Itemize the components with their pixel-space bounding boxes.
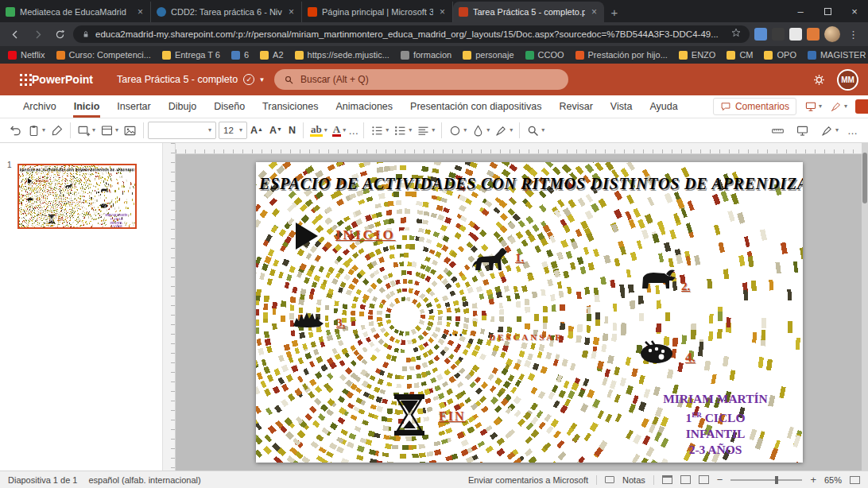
- ribbon-tab-inicio[interactable]: Inicio: [65, 96, 109, 117]
- bookmark-item[interactable]: formacion: [401, 50, 451, 60]
- play-icon[interactable]: [28, 178, 33, 184]
- palette-icon[interactable]: [639, 340, 674, 364]
- normal-view-icon[interactable]: [662, 475, 672, 484]
- zoom-slider-thumb[interactable]: [775, 476, 778, 484]
- bookmark-item[interactable]: Netflix: [8, 50, 45, 60]
- station-3-label[interactable]: 3.: [36, 198, 37, 201]
- end-label[interactable]: FIN: [58, 218, 64, 221]
- new-tab-button[interactable]: +: [604, 6, 625, 22]
- browser-tab-cdd2[interactable]: CDD2: Tarea práctica 6 - Nivel A ×: [151, 2, 302, 22]
- undo-button[interactable]: [6, 121, 25, 140]
- vertical-scrollbar[interactable]: [862, 143, 868, 471]
- extension-icon[interactable]: [754, 28, 767, 41]
- ribbon-tab-archivo[interactable]: Archivo: [14, 96, 65, 117]
- bookmark-item[interactable]: Prestación por hijo...: [575, 50, 668, 60]
- ribbon-tab-animaciones[interactable]: Animaciones: [327, 96, 402, 117]
- browser-tab-mediateca[interactable]: Mediateca de EducaMadrid ×: [0, 2, 151, 22]
- browser-profile-avatar[interactable]: [824, 26, 840, 42]
- shape-fill-button[interactable]: ▾: [469, 121, 492, 140]
- ribbon-tab-revisar[interactable]: Revisar: [550, 96, 601, 117]
- slide-1-thumbnail[interactable]: ESPACIO DE ACTIVIDADES CON RITMOS DISTIN…: [17, 164, 137, 229]
- ribbon-tab-presentacion[interactable]: Presentación con diapositivas: [401, 96, 550, 117]
- ribbon-tab-diseno[interactable]: Diseño: [205, 96, 254, 117]
- zoom-out-icon[interactable]: −: [717, 474, 723, 486]
- notes-toggle[interactable]: Notas: [622, 475, 645, 485]
- bookmark-item[interactable]: Curso: Competenci...: [56, 50, 151, 60]
- hedgehog-icon[interactable]: [26, 196, 33, 201]
- bullets-button[interactable]: ▾: [368, 121, 391, 140]
- comments-button[interactable]: Comentarios: [713, 98, 796, 115]
- zoom-level[interactable]: 65%: [824, 475, 842, 485]
- station-4-label[interactable]: 4.: [685, 350, 696, 366]
- maximize-button[interactable]: [814, 0, 841, 22]
- bookmark-item[interactable]: A2: [260, 50, 283, 60]
- settings-gear-icon[interactable]: [812, 73, 826, 87]
- title-caret-icon[interactable]: ▾: [260, 76, 264, 83]
- station-4-label[interactable]: 4.: [110, 205, 112, 208]
- layout-button[interactable]: ▾: [98, 121, 121, 140]
- station-2-label[interactable]: 2.: [109, 190, 110, 193]
- present-button[interactable]: ▾: [804, 100, 822, 113]
- hourglass-icon[interactable]: [393, 394, 426, 436]
- slide-sorter-view-icon[interactable]: [680, 475, 691, 484]
- slideshow-view-icon[interactable]: [699, 475, 709, 484]
- bookmark-item[interactable]: https://sede.mjustic...: [295, 50, 389, 60]
- zoom-slider[interactable]: [730, 479, 802, 481]
- refresh-icon[interactable]: [51, 25, 68, 43]
- bold-button[interactable]: N: [285, 125, 299, 136]
- ribbon-tab-vista[interactable]: Vista: [602, 96, 641, 117]
- ribbon-tab-insertar[interactable]: Insertar: [108, 96, 159, 117]
- bookmark-item[interactable]: CCOO: [525, 50, 564, 60]
- bookmark-item[interactable]: Entrega T 6: [162, 50, 220, 60]
- bookmark-item[interactable]: MAGISTER: [808, 50, 866, 60]
- station-3-label[interactable]: 3.: [336, 316, 345, 330]
- shape-outline-button[interactable]: ▾: [492, 121, 515, 140]
- ribbon-tab-ayuda[interactable]: Ayuda: [641, 96, 686, 117]
- horse-icon[interactable]: [471, 246, 509, 275]
- account-avatar[interactable]: MM: [837, 69, 858, 91]
- app-launcher-icon[interactable]: [0, 64, 32, 95]
- credits-textbox[interactable]: MIRIAM MARTÍN 1ER CICLO INFANTIL 2-3 AÑO…: [628, 391, 803, 458]
- extension-icon[interactable]: [789, 28, 802, 41]
- document-title[interactable]: Tarea Práctica 5 - completo ✓ ▾: [117, 74, 264, 85]
- ruler-toggle-button[interactable]: [769, 121, 787, 140]
- bookmark-item[interactable]: personaje: [463, 50, 513, 60]
- station-2-label[interactable]: 2.: [681, 280, 690, 293]
- slide-canvas[interactable]: ESPACIO DE ACTIVIDADES CON RITMOS DISTIN…: [256, 162, 803, 463]
- bookmark-item[interactable]: OPO: [764, 50, 796, 60]
- bull-icon[interactable]: [637, 266, 677, 296]
- slide-title[interactable]: ESPACIO DE ACTIVIDADES CON RITMOS DISTIN…: [259, 175, 800, 193]
- feedback-link[interactable]: Enviar comentarios a Microsoft: [468, 475, 588, 485]
- slide-canvas[interactable]: ESPACIO DE ACTIVIDADES CON RITMOS DISTIN…: [19, 165, 135, 229]
- hedgehog-icon[interactable]: [291, 308, 324, 329]
- highlight-color-button[interactable]: ab▾: [308, 121, 330, 140]
- tab-close-icon[interactable]: ×: [287, 6, 296, 17]
- ink-pen-button[interactable]: ▾: [830, 100, 847, 113]
- ribbon-tab-dibujo[interactable]: Dibujo: [160, 96, 205, 117]
- close-button[interactable]: ×: [841, 0, 868, 22]
- browser-tab-active-pptx[interactable]: Tarea Práctica 5 - completo.pptx ×: [453, 2, 604, 22]
- insert-picture-button[interactable]: [121, 121, 139, 140]
- rest-label[interactable]: DESCANSAR: [68, 201, 84, 203]
- more-font-options-icon[interactable]: …: [348, 125, 359, 137]
- bookmark-item[interactable]: CM: [727, 50, 753, 60]
- search-input[interactable]: [300, 74, 559, 85]
- draw-pen-button[interactable]: ▾: [818, 121, 841, 140]
- align-button[interactable]: ▾: [414, 121, 437, 140]
- paste-button[interactable]: ▾: [25, 121, 48, 140]
- url-field[interactable]: educa2madrid-my.sharepoint.com/:p:/r/per…: [73, 25, 750, 43]
- bull-icon[interactable]: [100, 188, 109, 194]
- rest-label[interactable]: DESCANSAR: [489, 332, 564, 342]
- new-slide-button[interactable]: ▾: [75, 121, 98, 140]
- hourglass-icon[interactable]: [48, 215, 55, 223]
- credits-textbox[interactable]: MIRIAM MARTÍN 1ER CICLO INFANTIL 2-3 AÑO…: [98, 214, 135, 228]
- tab-close-icon[interactable]: ×: [590, 6, 599, 17]
- forward-icon[interactable]: [29, 25, 46, 43]
- tab-close-icon[interactable]: ×: [438, 6, 447, 17]
- browser-menu-icon[interactable]: ⋮: [845, 29, 862, 41]
- browser-tab-m365[interactable]: Página principal | Microsoft 365 ×: [302, 2, 453, 22]
- zoom-in-icon[interactable]: +: [810, 474, 816, 486]
- minimize-button[interactable]: –: [787, 0, 814, 22]
- app-name[interactable]: PowerPoint: [32, 73, 93, 86]
- numbering-button[interactable]: ▾: [391, 121, 414, 140]
